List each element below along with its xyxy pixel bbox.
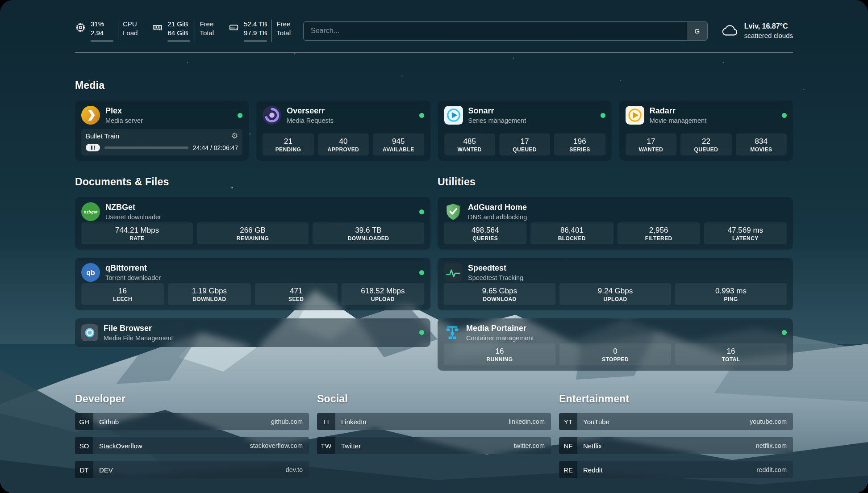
qbittorrent-icon: qb: [81, 263, 100, 282]
bookmark-abbr: YT: [559, 413, 577, 430]
cpu-percent: 31%: [91, 20, 113, 29]
bookmark-group-social: Social LI LinkedIn linkedin.com TW Twitt…: [317, 393, 551, 485]
filebrowser-title: File Browser: [104, 324, 173, 333]
stat-queued: 17QUEUED: [499, 134, 550, 155]
settings-gear-icon[interactable]: ⚙: [231, 132, 238, 140]
cpu-load: 2.94: [91, 29, 113, 38]
bookmark-name: Github: [93, 418, 119, 426]
status-indicator: [419, 113, 424, 118]
radarr-card[interactable]: Radarr Movie management 17WANTED 22QUEUE…: [619, 100, 793, 161]
adguard-card[interactable]: AdGuard Home DNS and adblocking 498,564Q…: [438, 197, 793, 250]
resource-widgets: 31% 2.94 CPU Load: [75, 20, 291, 42]
adguard-subtitle: DNS and adblocking: [468, 213, 527, 221]
bookmark-name: Reddit: [577, 466, 602, 474]
stat-latency: 47.569 msLATENCY: [704, 222, 787, 244]
adguard-title: AdGuard Home: [468, 203, 527, 212]
memory-widget: 21 GiB 64 GiB Free Total: [152, 20, 214, 42]
nzbget-icon: nzbget: [81, 202, 100, 221]
stat-download: 1.19 GbpsDOWNLOAD: [168, 283, 250, 305]
bookmark-netflix[interactable]: NF Netflix netflix.com: [559, 437, 793, 454]
cpu-widget: 31% 2.94 CPU Load: [75, 20, 138, 42]
stat-series: 196SERIES: [554, 134, 605, 155]
portainer-title: Media Portainer: [466, 324, 534, 333]
section-media: Media Plex Media server: [75, 79, 793, 161]
filebrowser-icon: [81, 324, 98, 341]
weather-location: Lviv, 16.87°C: [744, 22, 793, 31]
status-indicator: [782, 113, 787, 118]
bookmark-url: github.com: [271, 418, 309, 425]
stat-wanted: 485WANTED: [444, 134, 495, 155]
qbittorrent-subtitle: Torrent downloader: [105, 274, 161, 281]
now-playing-title: Bullet Train: [86, 132, 119, 140]
radarr-subtitle: Movie management: [650, 117, 706, 124]
disk-bar: [244, 40, 267, 42]
stat-rate: 744.21 MbpsRATE: [81, 222, 193, 244]
stat-seed: 471SEED: [255, 283, 338, 305]
section-utilities: Utilities AdGuard Home DNS and adblockin…: [438, 176, 793, 371]
stat-upload: 9.24 GbpsUPLOAD: [559, 283, 671, 305]
stat-available: 945AVAILABLE: [373, 134, 424, 155]
disk-total: 97.9 TB: [244, 29, 267, 38]
section-title-developer: Developer: [75, 393, 309, 405]
speedtest-card[interactable]: Speedtest Speedtest Tracking 9.65 GbpsDO…: [438, 258, 793, 310]
svg-text:nzbget: nzbget: [84, 209, 98, 214]
bookmark-github[interactable]: GH Github github.com: [75, 413, 309, 430]
playback-progress-bar[interactable]: [104, 146, 188, 149]
stat-movies: 834MOVIES: [736, 134, 787, 155]
adguard-icon: [444, 202, 463, 221]
filebrowser-card[interactable]: File Browser Media File Management: [75, 318, 430, 347]
plex-title: Plex: [105, 106, 143, 116]
bookmark-youtube[interactable]: YT YouTube youtube.com: [559, 413, 793, 430]
pause-button[interactable]: [86, 144, 100, 151]
bookmark-twitter[interactable]: TW Twitter twitter.com: [317, 437, 551, 454]
disk-label-1: Free: [276, 20, 291, 29]
memory-bar: [167, 40, 190, 42]
bookmark-abbr: LI: [317, 413, 335, 430]
portainer-subtitle: Container management: [466, 334, 534, 342]
disk-icon: [228, 22, 239, 33]
stat-ping: 0.993 msPING: [675, 283, 787, 305]
stat-wanted: 17WANTED: [626, 134, 676, 155]
stat-filtered: 2,956FILTERED: [618, 222, 700, 244]
speedtest-icon: [444, 263, 463, 282]
stat-approved: 40APPROVED: [318, 134, 369, 155]
dashboard: 31% 2.94 CPU Load: [0, 0, 868, 493]
search-input[interactable]: [304, 22, 687, 40]
nzbget-subtitle: Usenet downloader: [105, 213, 161, 221]
stat-pending: 21PENDING: [263, 134, 313, 155]
memory-label-1: Free: [200, 20, 214, 29]
status-indicator: [419, 270, 424, 275]
memory-icon: [152, 22, 163, 33]
overseerr-card[interactable]: Overseerr Media Requests 21PENDING 40APP…: [256, 100, 430, 161]
memory-free: 21 GiB: [167, 20, 190, 29]
search-engine-button[interactable]: G: [687, 22, 707, 40]
plex-card[interactable]: Plex Media server Bullet Train ⚙: [75, 100, 249, 161]
qbittorrent-card[interactable]: qb qBittorrent Torrent downloader 16LEEC…: [75, 258, 430, 310]
cpu-label-2: Load: [123, 29, 138, 38]
bookmark-linkedin[interactable]: LI LinkedIn linkedin.com: [317, 413, 551, 430]
section-title-media: Media: [75, 79, 793, 92]
cpu-icon: [75, 22, 86, 33]
stat-total: 16TOTAL: [675, 343, 787, 365]
overseerr-subtitle: Media Requests: [287, 117, 334, 124]
bookmark-url: netflix.com: [756, 442, 793, 449]
stat-download: 9.65 GbpsDOWNLOAD: [444, 283, 555, 305]
section-title-utilities: Utilities: [438, 176, 793, 188]
portainer-card[interactable]: Media Portainer Container management 16R…: [438, 318, 793, 371]
weather-condition: scattered clouds: [744, 31, 793, 40]
stat-queries: 498,564QUERIES: [444, 222, 526, 244]
bookmark-url: linkedin.com: [509, 418, 551, 425]
overseerr-icon: [263, 106, 281, 125]
bookmark-dev[interactable]: DT DEV dev.to: [75, 461, 309, 478]
topbar-divider: [75, 52, 793, 53]
bookmark-stackoverflow[interactable]: SO StackOverflow stackoverflow.com: [75, 437, 309, 454]
sonarr-icon: [444, 106, 463, 125]
sonarr-card[interactable]: Sonarr Series management 485WANTED 17QUE…: [438, 100, 612, 161]
bookmark-name: YouTube: [577, 418, 609, 426]
bookmark-url: stackoverflow.com: [250, 442, 309, 449]
bookmark-url: dev.to: [286, 466, 309, 473]
stat-running: 16RUNNING: [444, 343, 555, 365]
nzbget-card[interactable]: nzbget NZBGet Usenet downloader 744.21 M…: [75, 197, 430, 250]
bookmark-reddit[interactable]: RE Reddit reddit.com: [559, 461, 793, 478]
cpu-label-1: CPU: [123, 20, 138, 29]
